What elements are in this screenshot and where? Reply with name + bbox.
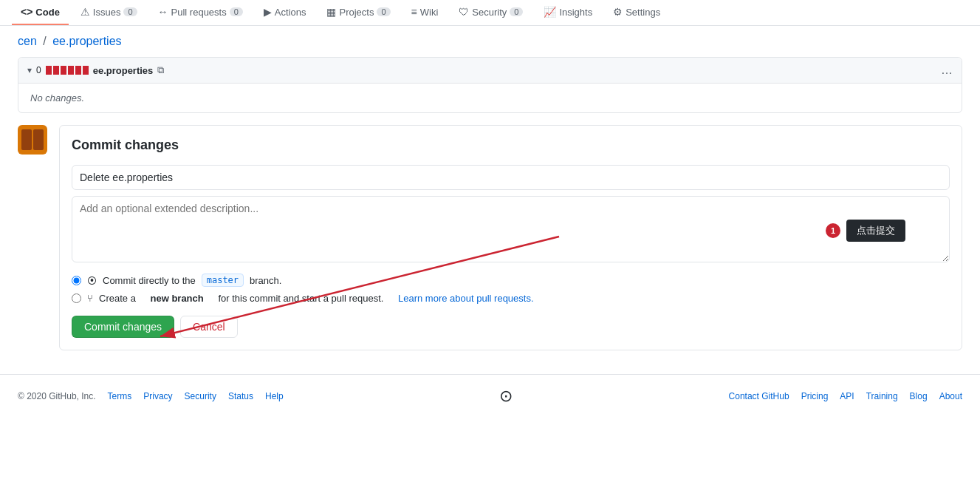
fork-icon: ⑂: [87, 293, 93, 304]
nav-insights[interactable]: 📈 Insights: [535, 0, 601, 25]
red-block-6: [83, 66, 89, 75]
issues-icon: ⚠: [80, 6, 90, 18]
pr-badge: 0: [230, 7, 243, 16]
radio-direct[interactable]: [72, 276, 81, 285]
red-block-4: [68, 66, 74, 75]
radio-new-label: Create a: [99, 293, 136, 304]
security-link[interactable]: Security: [185, 391, 216, 401]
nav-issues[interactable]: ⚠ Issues 0: [72, 0, 146, 25]
copy-icon[interactable]: ⧉: [157, 64, 164, 76]
commit-description-textarea[interactable]: [72, 196, 950, 262]
diff-header-left: ▾ 0 ee.properties ⧉: [27, 64, 164, 76]
no-changes-text: No changes.: [30, 92, 84, 103]
red-block-1: [46, 66, 52, 75]
nav-security-label: Security: [472, 7, 507, 18]
top-nav: <> Code ⚠ Issues 0 ↔ Pull requests 0 ▶ A…: [0, 0, 980, 26]
api-link[interactable]: API: [840, 391, 854, 401]
diff-filename: ee.properties: [93, 65, 154, 76]
security-icon: 🛡: [459, 6, 469, 18]
footer-center: ⊙: [499, 387, 513, 406]
button-row: Commit changes Cancel: [72, 316, 950, 338]
about-link[interactable]: About: [939, 391, 962, 401]
radio-group: ⦿ Commit directly to the master branch. …: [72, 274, 950, 304]
contact-github-link[interactable]: Contact GitHub: [729, 391, 789, 401]
nav-pr-label: Pull requests: [171, 7, 227, 18]
radio-direct-label: Commit directly to the: [103, 275, 196, 286]
projects-icon: ▦: [326, 6, 336, 18]
chevron-icon[interactable]: ▾: [27, 65, 32, 75]
github-logo: ⊙: [499, 387, 513, 406]
terms-link[interactable]: Terms: [108, 391, 132, 401]
commit-changes-button[interactable]: Commit changes: [72, 316, 174, 338]
more-options-icon[interactable]: …: [941, 64, 953, 77]
nav-projects-label: Projects: [339, 7, 374, 18]
breadcrumb-repo[interactable]: ee.properties: [52, 35, 121, 47]
security-badge: 0: [510, 7, 523, 16]
nav-wiki-label: Wiki: [420, 7, 439, 18]
diff-body: No changes.: [18, 84, 962, 112]
red-block-5: [75, 66, 81, 75]
privacy-link[interactable]: Privacy: [143, 391, 172, 401]
diff-header: ▾ 0 ee.properties ⧉ …: [18, 58, 962, 84]
diff-num: 0: [36, 65, 41, 75]
nav-settings-label: Settings: [626, 7, 660, 18]
nav-issues-label: Issues: [93, 7, 121, 18]
avatar-block-right: [33, 129, 44, 150]
breadcrumb-owner[interactable]: cen: [18, 35, 37, 47]
radio-new-item[interactable]: ⑂ Create a new branch for this commit an…: [72, 293, 950, 304]
pricing-link[interactable]: Pricing: [801, 391, 829, 401]
annotation-tooltip: 点击提交: [846, 220, 905, 242]
breadcrumb-separator: /: [43, 35, 46, 47]
diff-box: ▾ 0 ee.properties ⧉ … No changes.: [18, 57, 962, 113]
nav-actions[interactable]: ▶ Actions: [255, 0, 315, 25]
breadcrumb: cen / ee.properties: [0, 26, 980, 57]
radio-direct-suffix: branch.: [250, 275, 281, 286]
radio-new-bold: new branch: [151, 293, 204, 304]
annotation-badge: 1: [826, 223, 840, 238]
commit-direct-icon: ⦿: [87, 275, 97, 286]
radio-new-suffix: for this commit and start a pull request…: [218, 293, 383, 304]
nav-actions-label: Actions: [275, 7, 306, 18]
nav-code[interactable]: <> Code: [12, 0, 69, 25]
wiki-icon: ≡: [411, 6, 417, 18]
cancel-button[interactable]: Cancel: [180, 316, 238, 338]
commit-message-input[interactable]: [72, 165, 950, 190]
nav-security[interactable]: 🛡 Security 0: [450, 0, 532, 25]
annotation-group: 1 点击提交: [826, 220, 905, 242]
red-block-3: [61, 66, 66, 75]
pr-icon: ↔: [158, 6, 168, 18]
nav-wiki[interactable]: ≡ Wiki: [402, 0, 448, 25]
main-content: ▾ 0 ee.properties ⧉ … No changes.: [0, 57, 980, 350]
nav-code-label: Code: [35, 7, 60, 18]
nav-insights-label: Insights: [559, 7, 592, 18]
nav-projects[interactable]: ▦ Projects 0: [318, 0, 399, 25]
help-link[interactable]: Help: [265, 391, 284, 401]
projects-badge: 0: [377, 7, 390, 16]
red-block-2: [53, 66, 59, 75]
learn-more-link[interactable]: Learn more about pull requests.: [398, 293, 534, 304]
radio-direct-item[interactable]: ⦿ Commit directly to the master branch.: [72, 274, 950, 287]
avatar-block-left: [21, 129, 32, 150]
textarea-wrapper: 1 点击提交: [72, 196, 950, 265]
footer-left: © 2020 GitHub, Inc. Terms Privacy Securi…: [18, 391, 284, 401]
commit-form-title: Commit changes: [72, 138, 950, 153]
status-link[interactable]: Status: [228, 391, 253, 401]
issues-badge: 0: [123, 7, 137, 16]
commit-section: Commit changes 1 点击提交: [18, 125, 962, 350]
radio-new[interactable]: [72, 293, 81, 303]
avatar: [18, 125, 47, 155]
footer-right: Contact GitHub Pricing API Training Blog…: [729, 391, 962, 401]
diff-redblocks: [46, 66, 89, 75]
settings-icon: ⚙: [613, 6, 623, 18]
nav-settings[interactable]: ⚙ Settings: [604, 0, 669, 25]
branch-badge: master: [202, 274, 244, 287]
insights-icon: 📈: [544, 6, 556, 18]
avatar-inner: [21, 129, 44, 150]
actions-icon: ▶: [264, 6, 272, 18]
copyright-text: © 2020 GitHub, Inc.: [18, 391, 96, 401]
nav-pull-requests[interactable]: ↔ Pull requests 0: [149, 0, 252, 25]
commit-form: Commit changes 1 点击提交: [59, 125, 962, 350]
training-link[interactable]: Training: [866, 391, 898, 401]
blog-link[interactable]: Blog: [910, 391, 928, 401]
code-icon: <>: [21, 6, 32, 18]
